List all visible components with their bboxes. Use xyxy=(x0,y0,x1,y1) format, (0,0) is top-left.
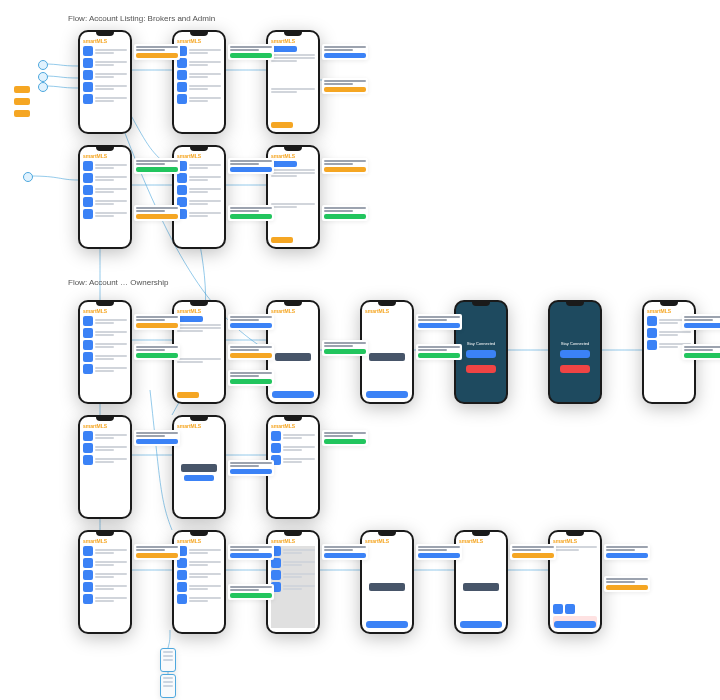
allow-button[interactable] xyxy=(560,350,591,358)
phone-frame-p12[interactable]: Stay Connected xyxy=(548,300,602,404)
annotation-action-button[interactable] xyxy=(606,585,648,590)
annotation-card[interactable] xyxy=(228,44,274,60)
connector-node-icon[interactable] xyxy=(38,72,48,82)
annotation-card[interactable] xyxy=(134,544,180,560)
phone-frame-p19[interactable]: smartMLS xyxy=(266,530,320,634)
flow-entry-tag[interactable] xyxy=(14,98,30,105)
annotation-action-button[interactable] xyxy=(684,323,720,328)
list-item[interactable] xyxy=(83,340,127,350)
annotation-card[interactable] xyxy=(228,158,274,174)
list-item[interactable] xyxy=(83,364,127,374)
annotation-action-button[interactable] xyxy=(418,553,460,558)
list-item[interactable] xyxy=(83,197,127,207)
phone-frame-p8[interactable]: smartMLS xyxy=(172,300,226,404)
list-item[interactable] xyxy=(83,161,127,171)
connector-node-icon[interactable] xyxy=(38,60,48,70)
submit-button[interactable] xyxy=(272,391,314,398)
phone-frame-p15[interactable]: smartMLS xyxy=(172,415,226,519)
annotation-action-button[interactable] xyxy=(136,353,178,358)
list-item[interactable] xyxy=(83,70,127,80)
phone-frame-p18[interactable]: smartMLS xyxy=(172,530,226,634)
list-item[interactable] xyxy=(83,173,127,183)
annotation-card[interactable] xyxy=(510,544,556,560)
annotation-action-button[interactable] xyxy=(230,53,272,58)
list-item[interactable] xyxy=(271,431,315,441)
annotation-card[interactable] xyxy=(228,314,274,330)
annotation-card[interactable] xyxy=(228,370,274,386)
phone-frame-p21[interactable]: smartMLS xyxy=(454,530,508,634)
list-item[interactable] xyxy=(177,173,221,183)
list-item[interactable] xyxy=(83,431,127,441)
annotation-card[interactable] xyxy=(134,158,180,174)
annotation-card[interactable] xyxy=(228,460,274,476)
list-item[interactable] xyxy=(177,209,221,219)
list-item[interactable] xyxy=(177,558,221,568)
modal-input[interactable] xyxy=(463,583,498,591)
list-item[interactable] xyxy=(83,328,127,338)
annotation-action-button[interactable] xyxy=(136,439,178,444)
list-item[interactable] xyxy=(83,316,127,326)
list-item[interactable] xyxy=(271,570,315,580)
submit-button[interactable] xyxy=(460,621,502,628)
deny-button[interactable] xyxy=(560,365,591,373)
annotation-action-button[interactable] xyxy=(230,214,272,219)
primary-button[interactable] xyxy=(177,316,203,322)
annotation-card[interactable] xyxy=(604,544,650,560)
modal-input[interactable] xyxy=(369,353,404,361)
annotation-action-button[interactable] xyxy=(418,323,460,328)
annotation-card[interactable] xyxy=(322,544,368,560)
annotation-action-button[interactable] xyxy=(324,53,366,58)
annotation-card[interactable] xyxy=(322,158,368,174)
annotation-card[interactable] xyxy=(134,314,180,330)
connector-node-icon[interactable] xyxy=(38,82,48,92)
annotation-card[interactable] xyxy=(416,314,462,330)
list-item[interactable] xyxy=(83,455,127,465)
annotation-action-button[interactable] xyxy=(230,167,272,172)
annotation-action-button[interactable] xyxy=(324,87,366,92)
list-item[interactable] xyxy=(83,594,127,604)
list-item[interactable] xyxy=(271,546,315,556)
list-item[interactable] xyxy=(83,46,127,56)
annotation-action-button[interactable] xyxy=(230,593,272,598)
annotation-card[interactable] xyxy=(322,340,368,356)
annotation-card[interactable] xyxy=(134,205,180,221)
list-item[interactable] xyxy=(271,582,315,592)
phone-frame-p17[interactable]: smartMLS xyxy=(78,530,132,634)
annotation-card[interactable] xyxy=(134,344,180,360)
annotation-action-button[interactable] xyxy=(230,553,272,558)
annotation-action-button[interactable] xyxy=(606,553,648,558)
annotation-action-button[interactable] xyxy=(230,353,272,358)
mini-frame[interactable] xyxy=(160,648,176,672)
submit-button[interactable] xyxy=(554,621,596,628)
list-item[interactable] xyxy=(271,443,315,453)
annotation-card[interactable] xyxy=(416,544,462,560)
list-item[interactable] xyxy=(83,443,127,453)
list-item[interactable] xyxy=(271,455,315,465)
list-item[interactable] xyxy=(83,546,127,556)
list-item[interactable] xyxy=(177,70,221,80)
annotation-card[interactable] xyxy=(604,576,650,592)
annotation-card[interactable] xyxy=(134,44,180,60)
list-item[interactable] xyxy=(83,94,127,104)
list-item[interactable] xyxy=(177,94,221,104)
primary-button[interactable] xyxy=(271,46,297,52)
list-item[interactable] xyxy=(177,58,221,68)
phone-frame-p1[interactable]: smartMLS xyxy=(78,30,132,134)
annotation-card[interactable] xyxy=(228,584,274,600)
annotation-card[interactable] xyxy=(322,78,368,94)
allow-button[interactable] xyxy=(466,350,497,358)
annotation-action-button[interactable] xyxy=(136,214,178,219)
phone-frame-p5[interactable]: smartMLS xyxy=(172,145,226,249)
mini-frame[interactable] xyxy=(160,674,176,698)
annotation-action-button[interactable] xyxy=(324,214,366,219)
list-item[interactable] xyxy=(271,558,315,568)
phone-frame-p2[interactable]: smartMLS xyxy=(172,30,226,134)
submit-button[interactable] xyxy=(366,621,408,628)
list-item[interactable] xyxy=(83,82,127,92)
list-item[interactable] xyxy=(177,197,221,207)
annotation-action-button[interactable] xyxy=(418,353,460,358)
connector-node-icon[interactable] xyxy=(23,172,33,182)
annotation-action-button[interactable] xyxy=(324,439,366,444)
annotation-card[interactable] xyxy=(322,205,368,221)
annotation-action-button[interactable] xyxy=(136,553,178,558)
